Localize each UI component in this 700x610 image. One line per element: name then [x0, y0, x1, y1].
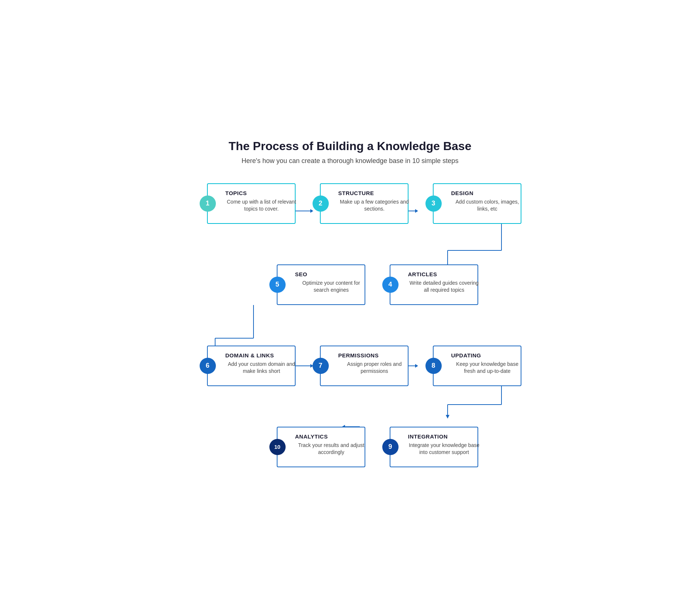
- step-5-wrapper: 5 SEO Optimize your content for search e…: [269, 264, 365, 305]
- page-container: The Process of Building a Knowledge Base…: [184, 124, 516, 485]
- step-1-desc: Come up with a list of relevant topics t…: [225, 198, 298, 213]
- row-2: 5 SEO Optimize your content for search e…: [199, 264, 501, 305]
- step-6-desc: Add your custom domain and make links sh…: [225, 361, 298, 375]
- step-9-desc: Integrate your knowledge base into custo…: [408, 442, 480, 456]
- step-6-wrapper: 6 DOMAIN & LINKS Add your custom domain …: [199, 346, 296, 386]
- step-7-circle: 7: [313, 358, 329, 374]
- step-8-title: UPDATING: [451, 352, 481, 358]
- step-5-desc: Optimize your content for search engines: [295, 280, 368, 294]
- step-10-title: ANALYTICS: [295, 433, 328, 440]
- step-3-circle: 3: [425, 195, 442, 212]
- step-9-circle: 9: [382, 439, 399, 455]
- step-8-desc: Keep your knowledge base fresh and up-to…: [451, 361, 524, 375]
- step-4-box: 4 ARTICLES Write detailed guides coverin…: [390, 264, 478, 305]
- step-5-title: SEO: [295, 271, 307, 277]
- row-4: 10 ANALYTICS Track your results and adju…: [199, 427, 501, 467]
- step-3-box: 3 DESIGN Add custom colors, images, link…: [433, 183, 521, 224]
- step-9-title: INTEGRATION: [408, 433, 448, 440]
- step-3-wrapper: 3 DESIGN Add custom colors, images, link…: [425, 183, 521, 224]
- step-9-wrapper: 9 INTEGRATION Integrate your knowledge b…: [382, 427, 478, 467]
- step-1-box: 1 TOPICS Come up with a list of relevant…: [207, 183, 296, 224]
- step-1-circle: 1: [200, 195, 216, 212]
- step-3-title: DESIGN: [451, 190, 474, 196]
- step-1-title: TOPICS: [225, 190, 247, 196]
- step-10-circle: 10: [269, 439, 286, 455]
- step-4-wrapper: 4 ARTICLES Write detailed guides coverin…: [382, 264, 478, 305]
- step-5-circle: 5: [269, 277, 286, 293]
- step-4-desc: Write detailed guides covering all requi…: [408, 280, 480, 294]
- step-6-box: 6 DOMAIN & LINKS Add your custom domain …: [207, 346, 296, 386]
- step-8-wrapper: 8 UPDATING Keep your knowledge base fres…: [425, 346, 521, 386]
- step-7-title: PERMISSIONS: [338, 352, 379, 358]
- step-2-circle: 2: [313, 195, 329, 212]
- step-10-wrapper: 10 ANALYTICS Track your results and adju…: [269, 427, 365, 467]
- step-4-title: ARTICLES: [408, 271, 437, 277]
- step-2-wrapper: 2 STRUCTURE Make up a few categories and…: [312, 183, 408, 224]
- step-1-wrapper: 1 TOPICS Come up with a list of relevant…: [199, 183, 296, 224]
- step-6-title: DOMAIN & LINKS: [225, 352, 274, 358]
- step-6-circle: 6: [200, 358, 216, 374]
- step-4-circle: 4: [382, 277, 399, 293]
- page-subtitle: Here's how you can create a thorough kno…: [199, 157, 501, 165]
- step-2-title: STRUCTURE: [338, 190, 374, 196]
- step-3-desc: Add custom colors, images, links, etc: [451, 198, 524, 213]
- step-2-desc: Make up a few categories and sections.: [338, 198, 411, 213]
- step-7-desc: Assign proper roles and permissions: [338, 361, 411, 375]
- step-7-box: 7 PERMISSIONS Assign proper roles and pe…: [320, 346, 408, 386]
- step-9-box: 9 INTEGRATION Integrate your knowledge b…: [390, 427, 478, 467]
- step-10-box: 10 ANALYTICS Track your results and adju…: [277, 427, 365, 467]
- row-3: 6 DOMAIN & LINKS Add your custom domain …: [199, 346, 501, 386]
- step-8-box: 8 UPDATING Keep your knowledge base fres…: [433, 346, 521, 386]
- page-title: The Process of Building a Knowledge Base: [199, 139, 501, 153]
- step-7-wrapper: 7 PERMISSIONS Assign proper roles and pe…: [312, 346, 408, 386]
- row-1: 1 TOPICS Come up with a list of relevant…: [199, 183, 501, 224]
- step-10-desc: Track your results and adjust accordingl…: [295, 442, 368, 456]
- step-2-box: 2 STRUCTURE Make up a few categories and…: [320, 183, 408, 224]
- step-5-box: 5 SEO Optimize your content for search e…: [277, 264, 365, 305]
- step-8-circle: 8: [425, 358, 442, 374]
- diagram: 1 TOPICS Come up with a list of relevant…: [199, 183, 501, 467]
